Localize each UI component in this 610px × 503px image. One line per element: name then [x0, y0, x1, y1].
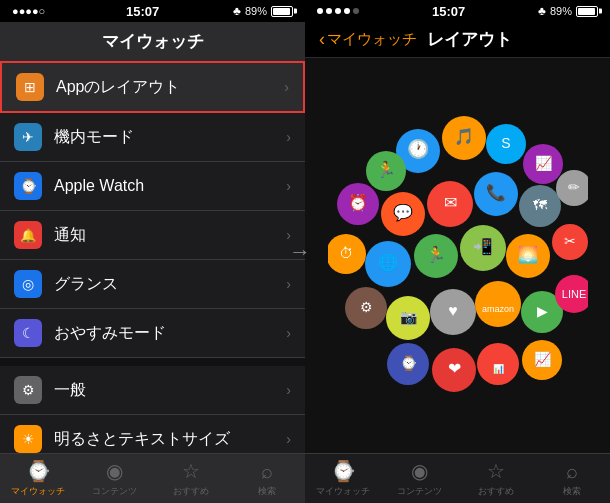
menu-item-app-layout[interactable]: ⊞ Appのレイアウト ›: [0, 61, 305, 113]
my-watch-tab-label: マイウォッチ: [11, 485, 65, 498]
menu-item-notification[interactable]: 🔔 通知 ›: [0, 211, 305, 260]
battery-icon: [271, 6, 293, 17]
left-nav-header: マイウォッチ: [0, 22, 305, 61]
right-contents-icon: ◉: [411, 459, 428, 483]
menu-item-dnd[interactable]: ☾ おやすみモード ›: [0, 309, 305, 358]
general-label: 一般: [54, 380, 286, 401]
airplane-label: 機内モード: [54, 127, 286, 148]
right-status-right: ♣ 89%: [538, 4, 598, 18]
left-tab-recommend[interactable]: ☆ おすすめ: [153, 454, 229, 503]
left-time: 15:07: [126, 4, 159, 19]
right-contents-label: コンテンツ: [397, 485, 442, 498]
svg-text:🌐: 🌐: [378, 253, 398, 272]
menu-item-airplane[interactable]: ✈ 機内モード ›: [0, 113, 305, 162]
right-search-icon: ⌕: [566, 460, 578, 483]
arrow-icon: →: [289, 239, 311, 265]
svg-text:📷: 📷: [399, 309, 417, 326]
right-bluetooth-icon: ♣: [538, 4, 546, 18]
right-my-watch-icon: ⌚: [331, 459, 356, 483]
notification-label: 通知: [54, 225, 286, 246]
signal-dot-3: [335, 8, 341, 14]
brightness-icon: ☀: [14, 425, 42, 453]
svg-text:amazon: amazon: [481, 304, 513, 314]
back-button[interactable]: ‹ マイウォッチ: [319, 29, 417, 50]
brightness-label: 明るさとテキストサイズ: [54, 429, 286, 450]
app-layout-icon: ⊞: [16, 73, 44, 101]
menu-separator: [0, 358, 305, 366]
my-watch-tab-icon: ⌚: [26, 459, 51, 483]
airplane-icon: ✈: [14, 123, 42, 151]
svg-text:📈: 📈: [533, 351, 551, 368]
left-tab-bar: ⌚ マイウォッチ ◉ コンテンツ ☆ おすすめ ⌕ 検索: [0, 453, 305, 503]
svg-text:⏱: ⏱: [339, 245, 353, 261]
airplane-chevron: ›: [286, 129, 291, 145]
brightness-chevron: ›: [286, 431, 291, 447]
right-tab-search[interactable]: ⌕ 検索: [534, 454, 610, 503]
svg-text:⚙: ⚙: [359, 299, 372, 315]
right-page-title: レイアウト: [427, 28, 512, 51]
svg-text:▶: ▶: [536, 303, 547, 319]
apple-watch-label: Apple Watch: [54, 177, 286, 195]
recommend-tab-icon: ☆: [182, 459, 200, 483]
right-battery-percent: 89%: [550, 5, 572, 17]
right-recommend-label: おすすめ: [478, 485, 514, 498]
menu-item-glance[interactable]: ◎ グランス ›: [0, 260, 305, 309]
right-tab-contents[interactable]: ◉ コンテンツ: [381, 454, 457, 503]
svg-text:🕐: 🕐: [407, 138, 430, 160]
svg-text:📈: 📈: [534, 155, 552, 172]
svg-text:LINE: LINE: [561, 288, 585, 300]
svg-text:🏃: 🏃: [426, 245, 446, 264]
left-status-bar: ●●●●○ 15:07 ♣ 89%: [0, 0, 305, 22]
right-tab-my-watch[interactable]: ⌚ マイウォッチ: [305, 454, 381, 503]
right-tab-recommend[interactable]: ☆ おすすめ: [458, 454, 534, 503]
app-grid-svg: 🕐 🎵 🏃 S 📈 ⏰ 💬 ✉ 📞 🗺: [328, 116, 588, 396]
svg-text:💬: 💬: [393, 203, 413, 222]
general-icon: ⚙: [14, 376, 42, 404]
battery-percent: 89%: [245, 5, 267, 17]
left-page-title: マイウォッチ: [16, 30, 289, 53]
glance-chevron: ›: [286, 276, 291, 292]
svg-text:✉: ✉: [443, 194, 456, 211]
signal-dot-4: [344, 8, 350, 14]
right-time: 15:07: [432, 4, 465, 19]
general-chevron: ›: [286, 382, 291, 398]
dnd-chevron: ›: [286, 325, 291, 341]
back-label: マイウォッチ: [327, 30, 417, 49]
recommend-tab-label: おすすめ: [173, 485, 209, 498]
menu-item-brightness[interactable]: ☀ 明るさとテキストサイズ ›: [0, 415, 305, 453]
left-panel: ●●●●○ 15:07 ♣ 89% マイウォッチ ⊞ Appのレイアウト › ✈…: [0, 0, 305, 503]
glance-label: グランス: [54, 274, 286, 295]
svg-text:❤: ❤: [447, 360, 460, 377]
right-nav: ‹ マイウォッチ レイアウト: [305, 22, 610, 58]
svg-text:🗺: 🗺: [533, 197, 547, 213]
svg-text:✏: ✏: [568, 179, 580, 195]
app-grid: 🕐 🎵 🏃 S 📈 ⏰ 💬 ✉ 📞 🗺: [328, 116, 588, 396]
menu-item-apple-watch[interactable]: ⌚ Apple Watch ›: [0, 162, 305, 211]
contents-tab-label: コンテンツ: [92, 485, 137, 498]
left-tab-my-watch[interactable]: ⌚ マイウォッチ: [0, 454, 76, 503]
svg-text:⏰: ⏰: [348, 193, 368, 212]
left-tab-search[interactable]: ⌕ 検索: [229, 454, 305, 503]
svg-text:🌅: 🌅: [518, 245, 538, 264]
left-signal: ●●●●○: [12, 5, 52, 17]
right-status-bar: 15:07 ♣ 89%: [305, 0, 610, 22]
back-chevron-icon: ‹: [319, 29, 325, 50]
left-status-right: ♣ 89%: [233, 4, 293, 18]
svg-text:♥: ♥: [448, 302, 458, 319]
right-my-watch-label: マイウォッチ: [316, 485, 370, 498]
app-layout-chevron: ›: [284, 79, 289, 95]
right-tab-bar: ⌚ マイウォッチ ◉ コンテンツ ☆ おすすめ ⌕ 検索: [305, 453, 610, 503]
svg-text:⌚: ⌚: [399, 355, 417, 372]
signal-dot-2: [326, 8, 332, 14]
bluetooth-icon: ♣: [233, 4, 241, 18]
search-tab-icon: ⌕: [261, 460, 273, 483]
svg-text:✂: ✂: [564, 233, 576, 249]
dnd-icon: ☾: [14, 319, 42, 347]
right-signal: [317, 8, 359, 14]
svg-text:📲: 📲: [473, 237, 493, 256]
right-recommend-icon: ☆: [487, 459, 505, 483]
svg-text:📊: 📊: [492, 363, 504, 375]
left-tab-contents[interactable]: ◉ コンテンツ: [76, 454, 152, 503]
apple-watch-chevron: ›: [286, 178, 291, 194]
menu-item-general[interactable]: ⚙ 一般 ›: [0, 366, 305, 415]
